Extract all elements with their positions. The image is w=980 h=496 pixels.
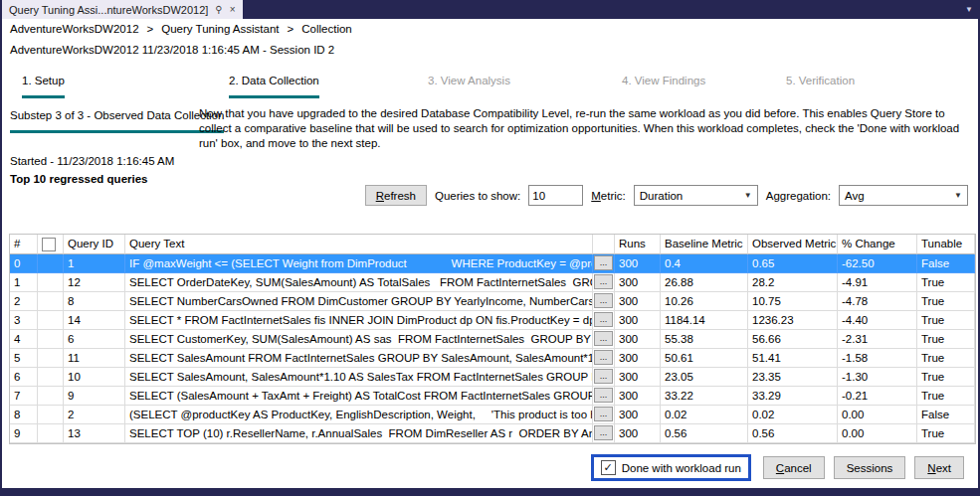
table-row[interactable]: 28SELECT NumberCarsOwned FROM DimCustome… bbox=[10, 292, 975, 311]
cell-baseline-metric: 55.38 bbox=[661, 330, 748, 349]
substep-description: Now that you have upgraded to the desire… bbox=[199, 106, 966, 151]
document-tab-title: Query Tuning Assi...ntureWorksDW2012] bbox=[9, 4, 208, 16]
header-baseline-metric[interactable]: Baseline Metric bbox=[661, 235, 748, 254]
next-button[interactable]: Next bbox=[914, 456, 964, 479]
cell-query-detail: ... bbox=[593, 311, 615, 330]
cell-percent-change: -1.30 bbox=[838, 368, 917, 387]
header-query-id[interactable]: Query ID bbox=[64, 235, 125, 254]
substep-label: Substep 3 of 3 - Observed Data Collectio… bbox=[10, 109, 224, 133]
started-timestamp: Started - 11/23/2018 1:16:45 AM bbox=[10, 155, 174, 167]
query-detail-button[interactable]: ... bbox=[594, 255, 613, 270]
footer-bar: ✓ Done with workload run Cancel Sessions… bbox=[591, 454, 964, 481]
table-row[interactable]: 82(SELECT @productKey AS ProductKey, Eng… bbox=[10, 406, 975, 424]
cell-observed-metric: 23.35 bbox=[748, 368, 838, 387]
breadcrumb-item[interactable]: AdventureWorksDW2012 bbox=[10, 23, 139, 35]
app-window: Query Tuning Assi...ntureWorksDW2012] ⚲ … bbox=[0, 0, 980, 496]
document-tab[interactable]: Query Tuning Assi...ntureWorksDW2012] ⚲ … bbox=[2, 0, 243, 19]
table-row[interactable]: 46SELECT CustomerKey, SUM(SalesAmount) A… bbox=[10, 330, 975, 349]
done-with-workload-group[interactable]: ✓ Done with workload run bbox=[591, 454, 751, 481]
breadcrumb-item[interactable]: Collection bbox=[301, 23, 352, 35]
header-row-number[interactable]: # bbox=[10, 235, 38, 254]
cell-baseline-metric: 0.02 bbox=[661, 406, 748, 424]
query-detail-button[interactable]: ... bbox=[594, 274, 613, 289]
table-row[interactable]: 314SELECT * FROM FactInternetSales fis I… bbox=[10, 311, 975, 330]
cell-query-id: 10 bbox=[64, 368, 125, 387]
cell-tunable: True bbox=[917, 311, 975, 330]
cell-row-number: 0 bbox=[10, 254, 38, 273]
done-checkbox[interactable]: ✓ bbox=[601, 460, 616, 475]
query-detail-button[interactable]: ... bbox=[594, 407, 613, 421]
cell-tunable: False bbox=[917, 254, 975, 273]
cell-observed-metric: 51.41 bbox=[748, 349, 838, 368]
table-row[interactable]: 112SELECT OrderDateKey, SUM(SalesAmount)… bbox=[10, 273, 975, 292]
queries-to-show-input[interactable] bbox=[528, 185, 583, 206]
cell-row-number: 2 bbox=[10, 292, 38, 311]
tab-list-chevron-icon[interactable]: ▼ bbox=[965, 5, 980, 14]
cell-percent-change: -4.91 bbox=[838, 273, 917, 292]
cell-query-id: 8 bbox=[64, 292, 125, 311]
header-percent-change[interactable]: % Change bbox=[838, 235, 917, 254]
cell-query-text: SELECT * FROM FactInternetSales fis INNE… bbox=[125, 311, 593, 330]
cell-percent-change: -4.78 bbox=[838, 292, 917, 311]
document-tab-strip: Query Tuning Assi...ntureWorksDW2012] ⚲ … bbox=[0, 0, 980, 19]
cell-query-id: 14 bbox=[64, 311, 125, 330]
cell-query-detail: ... bbox=[593, 387, 615, 406]
header-detail-column bbox=[593, 235, 615, 254]
cell-query-detail: ... bbox=[593, 424, 615, 443]
query-detail-button[interactable]: ... bbox=[594, 331, 613, 346]
cell-runs: 300 bbox=[615, 424, 661, 443]
header-tunable[interactable]: Tunable bbox=[917, 235, 975, 254]
done-checkbox-label: Done with workload run bbox=[622, 462, 741, 474]
table-row[interactable]: 01IF @maxWeight <= (SELECT Weight from D… bbox=[10, 254, 975, 273]
metric-dropdown[interactable]: Duration ▼ bbox=[634, 185, 758, 206]
cell-tunable: True bbox=[917, 330, 975, 349]
table-row[interactable]: 610SELECT SalesAmount, SalesAmount*1.10 … bbox=[10, 368, 975, 387]
cell-tunable: True bbox=[917, 368, 975, 387]
query-detail-button[interactable]: ... bbox=[594, 369, 613, 384]
header-runs[interactable]: Runs bbox=[615, 235, 661, 254]
query-detail-button[interactable]: ... bbox=[594, 293, 613, 308]
wizard-step[interactable]: 2. Data Collection bbox=[229, 75, 319, 98]
cell-query-detail: ... bbox=[593, 254, 615, 273]
table-row[interactable]: 79SELECT (SalesAmount + TaxAmt + Freight… bbox=[10, 387, 975, 406]
cell-query-detail: ... bbox=[593, 349, 615, 368]
select-all-checkbox[interactable] bbox=[42, 238, 56, 251]
cell-query-detail: ... bbox=[593, 368, 615, 387]
sessions-button[interactable]: Sessions bbox=[834, 456, 906, 479]
aggregation-dropdown[interactable]: Avg ▼ bbox=[839, 185, 968, 206]
cell-row-checkbox bbox=[38, 424, 64, 443]
pin-icon[interactable]: ⚲ bbox=[215, 4, 222, 15]
cell-query-id: 13 bbox=[64, 424, 125, 443]
cell-row-number: 1 bbox=[10, 273, 38, 292]
cell-row-number: 4 bbox=[10, 330, 38, 349]
wizard-step[interactable]: 4. View Findings bbox=[622, 75, 705, 95]
cell-query-text: SELECT SalesAmount, SalesAmount*1.10 AS … bbox=[125, 368, 593, 387]
cell-query-text: SELECT OrderDateKey, SUM(SalesAmount) AS… bbox=[125, 273, 593, 292]
section-title: Top 10 regressed queries bbox=[10, 173, 147, 185]
close-icon[interactable]: × bbox=[230, 4, 236, 15]
cell-tunable: True bbox=[917, 273, 975, 292]
table-header-row: # Query ID Query Text Runs Baseline Metr… bbox=[10, 235, 975, 254]
query-detail-button[interactable]: ... bbox=[594, 350, 613, 365]
query-detail-button[interactable]: ... bbox=[594, 388, 613, 403]
query-detail-button[interactable]: ... bbox=[594, 425, 613, 440]
table-row[interactable]: 913SELECT TOP (10) r.ResellerName, r.Ann… bbox=[10, 424, 975, 443]
wizard-step[interactable]: 1. Setup bbox=[22, 75, 65, 98]
cell-runs: 300 bbox=[615, 311, 661, 330]
cell-row-checkbox bbox=[38, 368, 64, 387]
header-observed-metric[interactable]: Observed Metric bbox=[748, 235, 838, 254]
wizard-step[interactable]: 3. View Analysis bbox=[428, 75, 510, 95]
cell-tunable: True bbox=[917, 292, 975, 311]
wizard-step[interactable]: 5. Verification bbox=[786, 75, 855, 95]
table-row[interactable]: 511SELECT SalesAmount FROM FactInternetS… bbox=[10, 349, 975, 368]
refresh-button[interactable]: Refresh bbox=[365, 185, 427, 206]
cell-observed-metric: 56.66 bbox=[748, 330, 838, 349]
query-detail-button[interactable]: ... bbox=[594, 312, 613, 327]
cell-observed-metric: 1236.23 bbox=[748, 311, 838, 330]
aggregation-selected-value: Avg bbox=[845, 190, 865, 202]
cancel-button[interactable]: Cancel bbox=[763, 456, 825, 479]
cell-percent-change: 0.00 bbox=[838, 406, 917, 424]
header-query-text[interactable]: Query Text bbox=[125, 235, 593, 254]
cell-query-text: IF @maxWeight <= (SELECT Weight from Dim… bbox=[125, 254, 593, 273]
breadcrumb-item[interactable]: Query Tuning Assistant bbox=[161, 23, 279, 35]
